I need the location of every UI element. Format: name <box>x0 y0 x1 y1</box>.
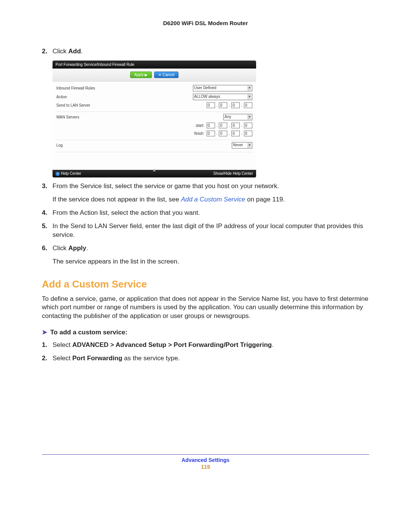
text: If the service does not appear in the li… <box>53 196 181 203</box>
finish-label: finish: <box>194 131 204 136</box>
step-6-note: The service appears in the list in the s… <box>53 257 369 266</box>
page: D6200 WiFi DSL Modem Router 2. Click Add… <box>0 0 411 532</box>
step-number: 3. <box>42 182 53 191</box>
inbound-select[interactable]: User Defined▾ <box>193 85 252 91</box>
step-text: Click <box>53 48 68 55</box>
step-body: Click Apply. <box>53 244 369 253</box>
wan-select[interactable]: Any▾ <box>223 114 252 120</box>
apply-button[interactable]: Apply ▶ <box>130 72 152 78</box>
step-number: 1. <box>42 341 53 350</box>
crossref-link[interactable]: Add a Custom Service <box>181 196 245 203</box>
action-select[interactable]: ALLOW always▾ <box>193 94 252 100</box>
sendlan-label: Send to LAN Server <box>56 103 132 107</box>
step-number: 2. <box>42 47 53 56</box>
router-button-row: Apply ▶ ✕ Cancel <box>53 69 256 81</box>
page-header: D6200 WiFi DSL Modem Router <box>42 20 369 26</box>
action-value: ALLOW always <box>194 94 220 99</box>
question-icon: ? <box>56 172 60 176</box>
step-body: Select ADVANCED > Advanced Setup > Port … <box>53 341 369 350</box>
ip-box[interactable]: 0 <box>207 131 215 136</box>
page-footer: Advanced Settings 119 <box>42 454 369 470</box>
arrow-up-icon[interactable]: ▲ <box>152 168 157 171</box>
text: on page 119. <box>245 196 285 203</box>
step-suffix: . <box>272 341 274 348</box>
ip-box[interactable]: 0 <box>207 102 215 108</box>
step-text: Click <box>53 244 68 252</box>
arrow-right-icon: ➤ <box>42 329 47 336</box>
action-label: Action <box>56 95 132 99</box>
step-bold: Apply <box>68 244 86 252</box>
task-step-1: 1. Select ADVANCED > Advanced Setup > Po… <box>42 341 369 350</box>
ip-box[interactable]: 0 <box>231 102 240 108</box>
step-6: 6. Click Apply. <box>42 244 369 253</box>
step-number: 6. <box>42 244 53 253</box>
step-5: 5. In the Send to LAN Server field, ente… <box>42 222 369 240</box>
log-value: Never <box>233 142 243 148</box>
section-paragraph: To define a service, game, or applicatio… <box>42 295 369 321</box>
step-number: 2. <box>42 354 53 363</box>
step-body: Click Add. <box>53 47 369 56</box>
chevron-down-icon: ▾ <box>248 143 251 148</box>
log-label: Log <box>56 143 132 147</box>
task-step-2: 2. Select Port Forwarding as the service… <box>42 354 369 363</box>
chevron-down-icon: ▾ <box>248 86 251 91</box>
step-suffix: . <box>86 244 88 252</box>
step-bold: Port Forwarding <box>72 355 122 362</box>
step-2: 2. Click Add. <box>42 47 369 56</box>
step-text: Select <box>53 341 72 348</box>
ip-box[interactable]: 0 <box>207 123 215 128</box>
wan-label: WAN Servers <box>56 115 132 119</box>
step-number: 5. <box>42 222 53 240</box>
ip-box[interactable]: 0 <box>244 123 252 128</box>
inbound-label: Inbound Firewall Rules <box>56 86 132 90</box>
cancel-button[interactable]: ✕ Cancel <box>154 72 178 78</box>
chevron-down-icon: ▾ <box>248 94 251 99</box>
task-heading-text: To add a custom service: <box>50 329 127 336</box>
footer-text: Advanced Settings <box>42 457 369 463</box>
chevron-down-icon: ▾ <box>248 115 251 120</box>
ip-box[interactable]: 0 <box>244 102 252 108</box>
wan-finish-row: finish: 0. 0. 0. 0 <box>132 131 252 136</box>
ip-box[interactable]: 0 <box>231 123 240 128</box>
ip-box[interactable]: 0 <box>219 102 227 108</box>
ip-box[interactable]: 0 <box>219 131 227 136</box>
step-bold: Add <box>68 48 81 55</box>
router-body: Inbound Firewall Rules User Defined▾ Act… <box>53 81 256 170</box>
help-right[interactable]: Show/Hide Help Center <box>213 171 253 176</box>
sendlan-ip: 0. 0. 0. 0 <box>132 102 252 108</box>
router-titlebar: Port Forwarding Service/Inbound Firewall… <box>53 61 256 69</box>
router-screenshot: Port Forwarding Service/Inbound Firewall… <box>53 61 256 177</box>
step-number: 4. <box>42 209 53 217</box>
step-body: In the Send to LAN Server field, enter t… <box>53 222 369 240</box>
section-heading: Add a Custom Service <box>42 278 369 290</box>
footer-page-number: 119 <box>42 464 369 470</box>
step-3-note: If the service does not appear in the li… <box>53 195 369 204</box>
step-bold: ADVANCED > Advanced Setup > Port Forward… <box>72 341 272 348</box>
step-4: 4. From the Action list, select the acti… <box>42 209 369 217</box>
step-body: From the Service list, select the servic… <box>53 182 369 191</box>
router-helpbar: ▲ ?Help Center Show/Hide Help Center <box>53 170 256 177</box>
step-body: From the Action list, select the action … <box>53 209 369 217</box>
start-label: start: <box>196 123 204 128</box>
step-suffix: as the service type. <box>122 355 180 362</box>
ip-box[interactable]: 0 <box>244 131 252 136</box>
wan-start-row: start: 0. 0. 0. 0 <box>132 123 252 128</box>
inbound-value: User Defined <box>194 85 216 91</box>
step-3: 3. From the Service list, select the ser… <box>42 182 369 191</box>
step-text: Select <box>53 355 72 362</box>
ip-box[interactable]: 0 <box>219 123 227 128</box>
ip-box[interactable]: 0 <box>231 131 240 136</box>
step-suffix: . <box>81 48 83 55</box>
log-select[interactable]: Never▾ <box>232 142 252 149</box>
task-heading: ➤To add a custom service: <box>42 328 369 336</box>
step-body: Select Port Forwarding as the service ty… <box>53 354 369 363</box>
help-left[interactable]: ?Help Center <box>56 171 81 176</box>
wan-value: Any <box>225 114 231 120</box>
